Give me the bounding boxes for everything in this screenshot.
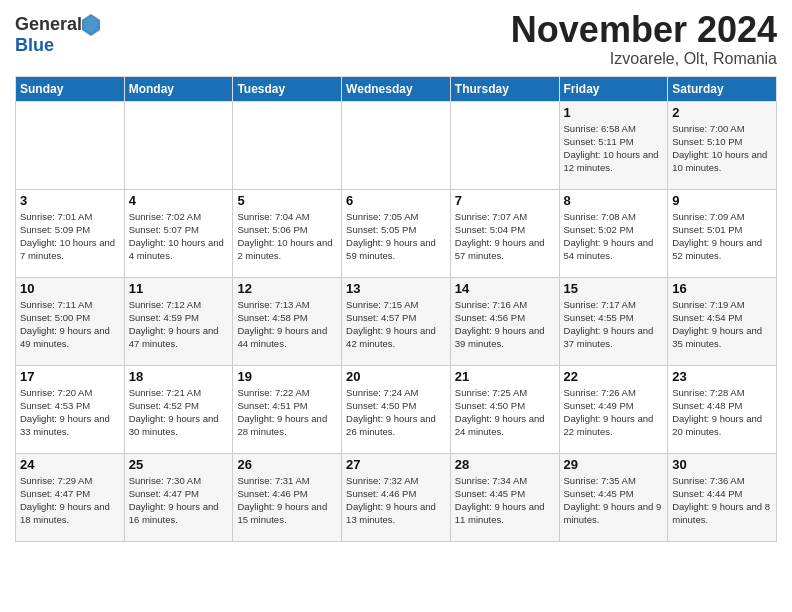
day-info: Sunrise: 7:20 AM Sunset: 4:53 PM Dayligh…: [20, 386, 120, 439]
calendar-cell: [124, 101, 233, 189]
day-info: Sunrise: 6:58 AM Sunset: 5:11 PM Dayligh…: [564, 122, 664, 175]
weekday-header: Friday: [559, 76, 668, 101]
day-number: 15: [564, 281, 664, 296]
day-number: 5: [237, 193, 337, 208]
calendar-cell: 26Sunrise: 7:31 AM Sunset: 4:46 PM Dayli…: [233, 453, 342, 541]
calendar-cell: 3Sunrise: 7:01 AM Sunset: 5:09 PM Daylig…: [16, 189, 125, 277]
day-info: Sunrise: 7:17 AM Sunset: 4:55 PM Dayligh…: [564, 298, 664, 351]
day-number: 29: [564, 457, 664, 472]
calendar-cell: [233, 101, 342, 189]
logo: General Blue: [15, 14, 100, 56]
calendar-cell: 4Sunrise: 7:02 AM Sunset: 5:07 PM Daylig…: [124, 189, 233, 277]
calendar-cell: 11Sunrise: 7:12 AM Sunset: 4:59 PM Dayli…: [124, 277, 233, 365]
calendar-table: SundayMondayTuesdayWednesdayThursdayFrid…: [15, 76, 777, 542]
day-number: 8: [564, 193, 664, 208]
day-info: Sunrise: 7:09 AM Sunset: 5:01 PM Dayligh…: [672, 210, 772, 263]
day-number: 19: [237, 369, 337, 384]
day-number: 4: [129, 193, 229, 208]
day-info: Sunrise: 7:24 AM Sunset: 4:50 PM Dayligh…: [346, 386, 446, 439]
month-title: November 2024: [511, 10, 777, 50]
day-number: 18: [129, 369, 229, 384]
calendar-cell: 8Sunrise: 7:08 AM Sunset: 5:02 PM Daylig…: [559, 189, 668, 277]
day-info: Sunrise: 7:32 AM Sunset: 4:46 PM Dayligh…: [346, 474, 446, 527]
day-number: 25: [129, 457, 229, 472]
calendar-cell: 21Sunrise: 7:25 AM Sunset: 4:50 PM Dayli…: [450, 365, 559, 453]
weekday-header: Saturday: [668, 76, 777, 101]
day-info: Sunrise: 7:05 AM Sunset: 5:05 PM Dayligh…: [346, 210, 446, 263]
calendar-cell: 12Sunrise: 7:13 AM Sunset: 4:58 PM Dayli…: [233, 277, 342, 365]
calendar-cell: 20Sunrise: 7:24 AM Sunset: 4:50 PM Dayli…: [342, 365, 451, 453]
logo-general: General: [15, 15, 82, 35]
weekday-header: Wednesday: [342, 76, 451, 101]
day-number: 14: [455, 281, 555, 296]
day-number: 26: [237, 457, 337, 472]
day-info: Sunrise: 7:01 AM Sunset: 5:09 PM Dayligh…: [20, 210, 120, 263]
calendar-cell: 17Sunrise: 7:20 AM Sunset: 4:53 PM Dayli…: [16, 365, 125, 453]
calendar-cell: 18Sunrise: 7:21 AM Sunset: 4:52 PM Dayli…: [124, 365, 233, 453]
calendar-week-row: 10Sunrise: 7:11 AM Sunset: 5:00 PM Dayli…: [16, 277, 777, 365]
calendar-week-row: 1Sunrise: 6:58 AM Sunset: 5:11 PM Daylig…: [16, 101, 777, 189]
calendar-week-row: 17Sunrise: 7:20 AM Sunset: 4:53 PM Dayli…: [16, 365, 777, 453]
day-info: Sunrise: 7:13 AM Sunset: 4:58 PM Dayligh…: [237, 298, 337, 351]
day-info: Sunrise: 7:19 AM Sunset: 4:54 PM Dayligh…: [672, 298, 772, 351]
calendar-cell: 5Sunrise: 7:04 AM Sunset: 5:06 PM Daylig…: [233, 189, 342, 277]
calendar-cell: 19Sunrise: 7:22 AM Sunset: 4:51 PM Dayli…: [233, 365, 342, 453]
calendar-cell: 15Sunrise: 7:17 AM Sunset: 4:55 PM Dayli…: [559, 277, 668, 365]
calendar-cell: 13Sunrise: 7:15 AM Sunset: 4:57 PM Dayli…: [342, 277, 451, 365]
day-info: Sunrise: 7:31 AM Sunset: 4:46 PM Dayligh…: [237, 474, 337, 527]
day-info: Sunrise: 7:15 AM Sunset: 4:57 PM Dayligh…: [346, 298, 446, 351]
title-area: November 2024 Izvoarele, Olt, Romania: [511, 10, 777, 68]
weekday-header: Sunday: [16, 76, 125, 101]
day-info: Sunrise: 7:35 AM Sunset: 4:45 PM Dayligh…: [564, 474, 664, 527]
day-info: Sunrise: 7:00 AM Sunset: 5:10 PM Dayligh…: [672, 122, 772, 175]
day-number: 11: [129, 281, 229, 296]
weekday-header: Thursday: [450, 76, 559, 101]
day-info: Sunrise: 7:28 AM Sunset: 4:48 PM Dayligh…: [672, 386, 772, 439]
calendar-cell: 10Sunrise: 7:11 AM Sunset: 5:00 PM Dayli…: [16, 277, 125, 365]
day-number: 9: [672, 193, 772, 208]
day-info: Sunrise: 7:12 AM Sunset: 4:59 PM Dayligh…: [129, 298, 229, 351]
day-number: 17: [20, 369, 120, 384]
day-info: Sunrise: 7:29 AM Sunset: 4:47 PM Dayligh…: [20, 474, 120, 527]
calendar-cell: 6Sunrise: 7:05 AM Sunset: 5:05 PM Daylig…: [342, 189, 451, 277]
calendar-week-row: 24Sunrise: 7:29 AM Sunset: 4:47 PM Dayli…: [16, 453, 777, 541]
calendar-cell: 30Sunrise: 7:36 AM Sunset: 4:44 PM Dayli…: [668, 453, 777, 541]
calendar-header-row: SundayMondayTuesdayWednesdayThursdayFrid…: [16, 76, 777, 101]
day-info: Sunrise: 7:21 AM Sunset: 4:52 PM Dayligh…: [129, 386, 229, 439]
calendar-cell: 25Sunrise: 7:30 AM Sunset: 4:47 PM Dayli…: [124, 453, 233, 541]
day-number: 6: [346, 193, 446, 208]
day-info: Sunrise: 7:25 AM Sunset: 4:50 PM Dayligh…: [455, 386, 555, 439]
day-info: Sunrise: 7:04 AM Sunset: 5:06 PM Dayligh…: [237, 210, 337, 263]
day-number: 20: [346, 369, 446, 384]
calendar-cell: 24Sunrise: 7:29 AM Sunset: 4:47 PM Dayli…: [16, 453, 125, 541]
calendar-cell: [342, 101, 451, 189]
day-info: Sunrise: 7:02 AM Sunset: 5:07 PM Dayligh…: [129, 210, 229, 263]
logo-blue: Blue: [15, 36, 100, 56]
day-number: 27: [346, 457, 446, 472]
day-number: 13: [346, 281, 446, 296]
day-info: Sunrise: 7:16 AM Sunset: 4:56 PM Dayligh…: [455, 298, 555, 351]
calendar-cell: 28Sunrise: 7:34 AM Sunset: 4:45 PM Dayli…: [450, 453, 559, 541]
day-info: Sunrise: 7:26 AM Sunset: 4:49 PM Dayligh…: [564, 386, 664, 439]
day-info: Sunrise: 7:07 AM Sunset: 5:04 PM Dayligh…: [455, 210, 555, 263]
day-number: 22: [564, 369, 664, 384]
day-number: 12: [237, 281, 337, 296]
calendar-cell: 9Sunrise: 7:09 AM Sunset: 5:01 PM Daylig…: [668, 189, 777, 277]
calendar-cell: 16Sunrise: 7:19 AM Sunset: 4:54 PM Dayli…: [668, 277, 777, 365]
calendar-cell: 22Sunrise: 7:26 AM Sunset: 4:49 PM Dayli…: [559, 365, 668, 453]
day-number: 30: [672, 457, 772, 472]
day-number: 16: [672, 281, 772, 296]
day-number: 24: [20, 457, 120, 472]
calendar-cell: 29Sunrise: 7:35 AM Sunset: 4:45 PM Dayli…: [559, 453, 668, 541]
day-info: Sunrise: 7:30 AM Sunset: 4:47 PM Dayligh…: [129, 474, 229, 527]
page-container: General Blue November 2024 Izvoarele, Ol…: [0, 0, 792, 547]
calendar-cell: 14Sunrise: 7:16 AM Sunset: 4:56 PM Dayli…: [450, 277, 559, 365]
calendar-cell: 27Sunrise: 7:32 AM Sunset: 4:46 PM Dayli…: [342, 453, 451, 541]
calendar-cell: 7Sunrise: 7:07 AM Sunset: 5:04 PM Daylig…: [450, 189, 559, 277]
calendar-cell: [16, 101, 125, 189]
logo-icon: [82, 14, 100, 36]
day-number: 3: [20, 193, 120, 208]
day-number: 28: [455, 457, 555, 472]
day-info: Sunrise: 7:36 AM Sunset: 4:44 PM Dayligh…: [672, 474, 772, 527]
weekday-header: Monday: [124, 76, 233, 101]
